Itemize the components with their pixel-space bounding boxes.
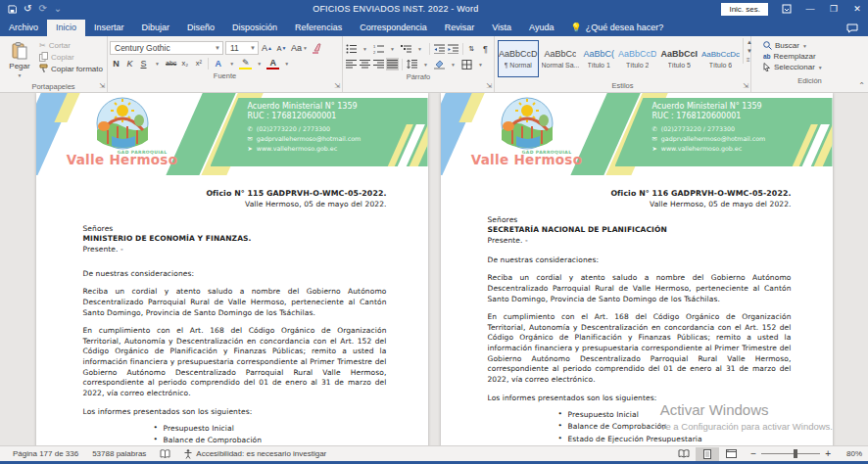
- undo-icon[interactable]: ↺: [24, 4, 31, 14]
- tab-insertar[interactable]: Insertar: [85, 20, 133, 36]
- show-paragraph-marks-icon[interactable]: ¶: [479, 42, 492, 55]
- shading-dropdown-icon[interactable]: ▼: [447, 58, 459, 70]
- web-layout-icon[interactable]: [719, 447, 743, 461]
- font-color-button[interactable]: A: [266, 57, 279, 70]
- find-dropdown-icon[interactable]: ▼: [802, 43, 807, 49]
- tab-inicio[interactable]: Inicio: [47, 20, 85, 36]
- paste-dropdown-arrow-icon[interactable]: ▼: [18, 72, 23, 78]
- paragraph-1: Reciba un cordial y atento saludo a nomb…: [83, 287, 387, 318]
- ribbon-display-options-icon[interactable]: [776, 0, 797, 18]
- redo-icon[interactable]: ⟳: [38, 4, 46, 14]
- zoom-slider-thumb[interactable]: [794, 449, 797, 458]
- find-button[interactable]: Buscar ▼: [763, 41, 864, 50]
- highlight-dropdown-icon[interactable]: ▼: [253, 57, 265, 70]
- italic-button[interactable]: K: [123, 57, 136, 70]
- letter-body-left[interactable]: Oficio N° 115 GADPRVH-O-WMC-05-2022. Val…: [36, 188, 428, 445]
- justify-icon[interactable]: [386, 58, 399, 70]
- document-canvas[interactable]: Acuerdo Ministerial N° 1359 RUC : 176812…: [0, 93, 868, 445]
- replace-button[interactable]: ab Reemplazar: [763, 52, 864, 61]
- format-painter-button[interactable]: Copiar formato: [39, 64, 103, 73]
- portapapeles-dialog-launcher-icon[interactable]: ⇲: [99, 82, 105, 90]
- underline-dropdown-icon[interactable]: ▼: [151, 57, 164, 70]
- tab-referencias[interactable]: Referencias: [286, 20, 351, 36]
- numbering-dropdown-icon[interactable]: ▼: [386, 42, 399, 55]
- tab-dibujar[interactable]: Dibujar: [133, 20, 179, 36]
- print-layout-icon[interactable]: [696, 447, 719, 461]
- style-normal[interactable]: AaBbCcD ¶ Normal: [498, 40, 539, 77]
- page-indicator[interactable]: Página 177 de 336: [6, 446, 85, 461]
- word-count[interactable]: 53788 palabras: [85, 446, 153, 461]
- tab-revisar[interactable]: Revisar: [436, 20, 484, 36]
- font-name-combo[interactable]: Century Gothic▼: [110, 41, 223, 55]
- line-spacing-dropdown-icon[interactable]: ▼: [419, 58, 432, 70]
- letter-body-right[interactable]: Oficio N° 116 GADPRVH-O-WMC-05-2022. Val…: [441, 188, 833, 445]
- borders-icon[interactable]: [460, 58, 473, 70]
- tab-diseno[interactable]: Diseño: [178, 20, 223, 36]
- strikethrough-button[interactable]: abc: [165, 57, 177, 70]
- select-button[interactable]: Seleccionar ▼: [763, 63, 864, 71]
- shading-icon[interactable]: [433, 58, 446, 70]
- cut-button[interactable]: ✂ Cortar: [39, 41, 103, 50]
- style-titulo-6[interactable]: AaBbCcDc Título 6: [700, 40, 741, 77]
- customize-qat-icon[interactable]: ⌄: [54, 4, 62, 14]
- multilevel-dropdown-icon[interactable]: ▼: [413, 42, 426, 55]
- change-case-button[interactable]: Aa▼: [290, 42, 309, 55]
- proofing-icon[interactable]: [153, 446, 177, 461]
- accessibility-status[interactable]: Accesibilidad: es necesario investigar: [177, 446, 333, 461]
- collapse-ribbon-icon[interactable]: ⌃: [858, 81, 865, 90]
- numbering-icon[interactable]: 12: [372, 42, 385, 55]
- bold-button[interactable]: N: [110, 57, 122, 70]
- sign-in-button[interactable]: Inic. ses.: [721, 3, 768, 16]
- tab-disposicion[interactable]: Disposición: [223, 20, 286, 36]
- feedback-icon[interactable]: [837, 23, 868, 36]
- text-effects-button[interactable]: A: [212, 57, 224, 70]
- zoom-slider[interactable]: [761, 453, 820, 454]
- save-icon[interactable]: [8, 5, 17, 14]
- bullets-icon[interactable]: [345, 42, 358, 55]
- bullets-dropdown-icon[interactable]: ▼: [359, 42, 371, 55]
- tab-vista[interactable]: Vista: [483, 20, 520, 36]
- paste-button[interactable]: Pegar ▼: [2, 38, 37, 81]
- page-right[interactable]: Acuerdo Ministerial N° 1359 RUC : 176812…: [441, 93, 833, 445]
- select-dropdown-icon[interactable]: ▼: [818, 65, 823, 70]
- read-mode-icon[interactable]: [672, 447, 696, 461]
- zoom-level[interactable]: 80%: [839, 449, 862, 458]
- line-spacing-icon[interactable]: [406, 58, 418, 70]
- style-titulo-1[interactable]: AaBbC( Título 1: [582, 40, 615, 77]
- zoom-out-button[interactable]: −: [750, 448, 756, 459]
- decrease-indent-icon[interactable]: [433, 42, 446, 55]
- copy-button[interactable]: Copiar: [39, 52, 103, 62]
- grow-font-button[interactable]: A▲: [261, 42, 273, 55]
- parrafo-dialog-launcher-icon[interactable]: ⇲: [486, 82, 492, 90]
- borders-dropdown-icon[interactable]: ▼: [474, 58, 487, 70]
- style-titulo-5[interactable]: AaBbCcI Título 5: [659, 40, 699, 77]
- restore-button[interactable]: ❐: [823, 0, 844, 18]
- tab-ayuda[interactable]: Ayuda: [520, 20, 562, 36]
- align-right-icon[interactable]: [372, 58, 385, 70]
- superscript-button[interactable]: x²: [192, 57, 205, 70]
- minimize-button[interactable]: —: [799, 0, 821, 18]
- style-titulo-2[interactable]: AaBbCcD Título 2: [617, 40, 658, 77]
- align-left-icon[interactable]: [345, 58, 358, 70]
- page-left[interactable]: Acuerdo Ministerial N° 1359 RUC : 176812…: [36, 93, 428, 445]
- underline-button[interactable]: S: [137, 57, 150, 70]
- tell-me-box[interactable]: 💡 ¿Qué desea hacer?: [562, 20, 671, 36]
- style-normal-sa[interactable]: AaBbCc Normal Sa...: [541, 40, 581, 77]
- text-effects-dropdown-icon[interactable]: ▼: [225, 57, 238, 70]
- zoom-in-button[interactable]: +: [825, 448, 831, 459]
- align-center-icon[interactable]: [359, 58, 371, 70]
- clear-formatting-icon[interactable]: [311, 42, 323, 55]
- font-size-combo[interactable]: 11▼: [225, 41, 259, 55]
- sort-icon[interactable]: ⇅: [465, 42, 478, 55]
- shrink-font-button[interactable]: A▼: [275, 42, 288, 55]
- tab-correspondencia[interactable]: Correspondencia: [351, 20, 436, 36]
- fuente-dialog-launcher-icon[interactable]: ⇲: [334, 82, 340, 90]
- close-button[interactable]: ✕: [846, 0, 868, 18]
- multilevel-list-icon[interactable]: [400, 42, 412, 55]
- increase-indent-icon[interactable]: [447, 42, 459, 55]
- font-color-dropdown-icon[interactable]: ▼: [280, 57, 293, 70]
- highlight-button[interactable]: ✎: [239, 57, 252, 70]
- subscript-button[interactable]: x₂: [178, 57, 191, 70]
- estilos-dialog-launcher-icon[interactable]: ⇲: [743, 82, 748, 90]
- tab-archivo[interactable]: Archivo: [0, 20, 47, 36]
